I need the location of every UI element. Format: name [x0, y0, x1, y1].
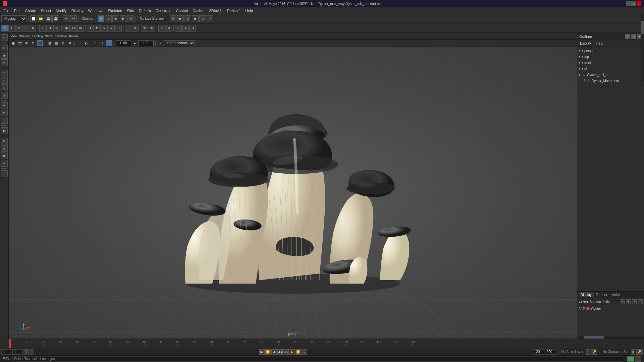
render-region-btn[interactable]: □ [199, 15, 206, 22]
open-btn[interactable]: 📂 [38, 15, 44, 22]
display-tab-anim[interactable]: Anim [610, 292, 622, 297]
display-tab-render[interactable]: Render [594, 292, 609, 297]
snap-grid-btn[interactable]: ⊞ [98, 15, 104, 22]
snap-surface-btn[interactable]: ◉ [120, 15, 126, 22]
transport-step-fwd-btn[interactable]: ▶ [289, 349, 295, 355]
viewport-menu-lighting[interactable]: Lighting [32, 33, 44, 39]
outliner-pin-btn[interactable]: 📌 [625, 34, 630, 39]
paint-select-btn[interactable]: ✏ [15, 25, 22, 32]
menu-display[interactable]: Display [69, 8, 86, 13]
lasso-select-btn[interactable]: ⌖ [8, 25, 15, 32]
soft-sel-btn[interactable]: ◉ [63, 25, 70, 32]
vp-uv-btn[interactable]: ⊟ [60, 40, 66, 46]
outliner-item-side[interactable]: ■ ■ side [577, 66, 644, 72]
outliner-tab-help[interactable]: Help [595, 41, 605, 46]
extrude-btn[interactable]: ⊡ [1, 110, 8, 116]
vp-tex-btn[interactable]: ▩ [53, 40, 59, 46]
viewport-menu-view[interactable]: View [10, 33, 18, 39]
status-ok-btn[interactable] [627, 356, 634, 362]
outliner-item-top[interactable]: ■ ■ top [577, 54, 644, 60]
render-preview-btn[interactable]: ▶ [1, 127, 8, 134]
display-hscrollbar[interactable] [577, 336, 644, 339]
menu-edit[interactable]: Edit [12, 8, 22, 13]
intersect-btn[interactable]: ⊠ [165, 25, 172, 32]
sphere-btn[interactable]: ◎ [1, 92, 8, 99]
viewport-menu-panels[interactable]: Panels [68, 33, 79, 39]
joint-btn[interactable]: ✦ [87, 25, 94, 32]
bevel-btn[interactable]: ⌖ [1, 117, 8, 124]
show-manip-btn[interactable]: + [125, 25, 131, 32]
viewport-menu-show[interactable]: Show [44, 33, 53, 39]
outliner-max-btn[interactable]: □ [631, 34, 636, 39]
extra-btn2[interactable]: ∿ [182, 25, 189, 32]
snap-to-btn[interactable]: ⊡ [158, 25, 165, 32]
frame-end-inner-field[interactable]: 120 [533, 349, 544, 355]
menu-deform[interactable]: Deform [137, 8, 153, 13]
viewport-menu-shading[interactable]: Shading [18, 33, 31, 39]
vp-qual2-btn[interactable]: 2 [100, 40, 106, 46]
outliner-item-oyster-nd[interactable]: ▶ ⬡ Oyster_nd1_1 [577, 72, 644, 78]
status-cancel-btn[interactable] [635, 356, 641, 362]
vp-val1-input[interactable]: 0.00 [116, 40, 131, 46]
outliner-tab-display[interactable]: Display [579, 41, 592, 46]
help-label[interactable]: Help [603, 300, 610, 303]
transport-play-fwd-btn[interactable]: ▶▶ [283, 349, 289, 355]
viewport-menu-renderer[interactable]: Renderer [54, 33, 68, 39]
select-tool-btn[interactable]: ↖ [1, 25, 8, 32]
ep-btn[interactable]: ∿ [108, 25, 115, 32]
rotate-tool-btn[interactable]: ↻ [30, 25, 36, 32]
redo-btn[interactable]: ↪ [70, 15, 77, 22]
frame-current-field[interactable]: 1 [12, 349, 22, 355]
cv-btn[interactable]: ∿ [101, 25, 108, 32]
char-set-btn[interactable]: ≡ [631, 349, 635, 355]
selection-mode-btn[interactable]: ↖ [1, 34, 8, 41]
transport-step-back-btn[interactable]: ◀ [271, 349, 277, 355]
vp-smooth-btn[interactable]: ⬛ [37, 40, 43, 46]
vp-val2-input[interactable]: 1.00 [139, 40, 154, 46]
menu-redshift[interactable]: Redshift [225, 8, 243, 13]
save-as-btn[interactable]: 💾 [52, 15, 59, 22]
outliner-item-oyster-mush[interactable]: └ ⬡ Oyster_Mushroom [577, 78, 644, 84]
fx-btn[interactable]: fx [207, 15, 213, 22]
outliner-item-persp[interactable]: ■ ■ persp [577, 48, 644, 54]
universal-btn[interactable]: ⊞ [53, 25, 60, 32]
hypershade-btn[interactable]: ◆ [192, 15, 199, 22]
paint-btn[interactable]: ✏ [1, 45, 8, 51]
vp-home-btn[interactable]: 🏠 [10, 40, 16, 46]
undo-btn[interactable]: ↩ [63, 15, 69, 22]
display-hscroll-thumb[interactable] [584, 336, 604, 339]
more-btn[interactable]: ··· [1, 170, 8, 177]
snap-live-btn[interactable]: ◎ [127, 15, 134, 22]
menu-cache[interactable]: Cache [191, 8, 205, 13]
transport-next-key-btn[interactable]: ⏩ [296, 349, 301, 355]
move-btn[interactable]: ⊹ [39, 25, 46, 32]
timeline-track[interactable]: 1 5 10 15 20 25 30 35 40 [0, 339, 644, 348]
outliner-scrollbar[interactable] [641, 33, 644, 81]
frame-keyframe-field[interactable]: 1 [23, 349, 34, 355]
layer-del-btn[interactable]: - [638, 299, 643, 304]
viewport-canvas[interactable]: persp X Y Z [9, 47, 577, 339]
menu-select[interactable]: Select [39, 8, 53, 13]
menu-skeleton[interactable]: Skeleton [106, 8, 124, 13]
four-view-btn[interactable]: ⊟ [1, 145, 8, 152]
menu-constrain[interactable]: Constrain [154, 8, 173, 13]
grid-layout-btn[interactable]: ⊞ [1, 138, 8, 144]
redirect-btn[interactable]: ↻ [1, 59, 8, 66]
menu-skin[interactable]: Skin [125, 8, 136, 13]
layer-opts-btn[interactable]: ≡ [632, 299, 637, 304]
outliner-item-front[interactable]: ■ ■ front [577, 60, 644, 66]
gamma-select[interactable]: sRGB gamma Linear [164, 40, 195, 46]
menu-file[interactable]: File [1, 8, 11, 13]
outliner-scroll-thumb[interactable] [641, 33, 644, 34]
close-button[interactable]: ✕ [637, 1, 641, 6]
command-line[interactable]: Select Tool: select an object [12, 356, 623, 362]
sculpt-btn[interactable]: ◉ [1, 52, 8, 59]
layer-v-label[interactable]: V [579, 307, 582, 311]
vp-shadow-btn[interactable]: ◐ [83, 40, 89, 46]
vp-wireframe-btn[interactable]: ⊡ [30, 40, 36, 46]
render-frame-btn[interactable]: 🎬 [170, 15, 176, 22]
snap-curve-btn[interactable]: ⌓ [105, 15, 112, 22]
scale-btn[interactable]: ⊿ [46, 25, 53, 32]
anim-layer-key-btn[interactable]: 🔑 [591, 349, 597, 355]
display-tab-display[interactable]: Display [579, 292, 594, 297]
